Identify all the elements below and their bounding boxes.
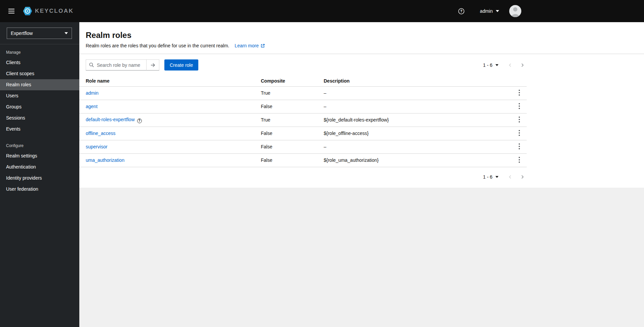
role-link[interactable]: offline_access (86, 131, 115, 136)
sidebar-item-client-scopes[interactable]: Client scopes (0, 68, 79, 79)
sidebar-item-clients[interactable]: Clients (0, 57, 79, 68)
pagination-top: 1 - 6 (483, 60, 527, 70)
search-submit-button[interactable] (147, 59, 159, 71)
sidebar-item-events[interactable]: Events (0, 124, 79, 135)
svg-text:?: ? (460, 9, 462, 13)
pagination-prev-button-bottom[interactable] (506, 172, 515, 182)
pagination-bottom: 1 - 6 (79, 167, 527, 184)
brand-text: KEYCLOAK (35, 8, 74, 14)
description-cell: – (318, 140, 511, 154)
sidebar-item-realm-settings[interactable]: Realm settings (0, 150, 79, 161)
table-row: agent False – (79, 100, 527, 113)
search-icon (89, 62, 94, 69)
table-header-row: Role name Composite Description (79, 76, 527, 87)
create-role-button[interactable]: Create role (164, 59, 198, 71)
page-description-text: Realm roles are the roles that you defin… (86, 43, 229, 48)
composite-cell: False (255, 100, 318, 113)
chevron-left-icon (508, 174, 513, 180)
chevron-right-icon (520, 174, 525, 180)
main-content: Realm roles Realm roles are the roles th… (79, 22, 644, 327)
kebab-menu-button[interactable] (517, 89, 522, 97)
avatar (509, 5, 521, 17)
roles-card: Create role 1 - 6 (79, 54, 644, 188)
table-row: uma_authorization False ${role_uma_autho… (79, 154, 527, 167)
chevron-down-icon (65, 32, 68, 34)
menu-icon[interactable] (6, 6, 17, 16)
sidebar-item-sessions[interactable]: Sessions (0, 112, 79, 124)
chevron-down-icon (495, 176, 498, 178)
kebab-menu-button[interactable] (517, 143, 522, 151)
composite-cell: False (255, 140, 318, 154)
description-cell: – (318, 87, 511, 100)
pagination-prev-button[interactable] (506, 60, 515, 70)
help-tooltip-icon[interactable]: ? (137, 119, 142, 123)
realm-selector-label: Expertflow (11, 31, 33, 36)
nav-section-configure: Configure (0, 143, 79, 150)
pagination-menu-toggle-bottom[interactable]: 1 - 6 (483, 174, 498, 180)
sidebar-item-user-federation[interactable]: User federation (0, 184, 79, 195)
kebab-menu-button[interactable] (517, 129, 522, 138)
column-header-description: Description (318, 76, 511, 87)
role-link[interactable]: default-roles-expertflow (86, 117, 135, 122)
sidebar-item-authentication[interactable]: Authentication (0, 161, 79, 173)
help-icon: ? (458, 8, 465, 14)
realm-selector[interactable]: Expertflow (7, 28, 72, 39)
sidebar-item-realm-roles[interactable]: Realm roles (0, 79, 79, 90)
page-description: Realm roles are the roles that you defin… (86, 43, 636, 49)
table-row: offline_access False ${role_offline-acce… (79, 127, 527, 140)
nav-section-manage: Manage (0, 50, 79, 57)
chevron-down-icon (496, 10, 499, 12)
table-row: supervisor False – (79, 140, 527, 154)
role-link[interactable]: agent (86, 104, 97, 109)
pagination-next-button[interactable] (518, 60, 527, 70)
roles-toolbar: Create role 1 - 6 (79, 54, 527, 76)
sidebar-nav: Manage Clients Client scopes Realm roles… (0, 50, 79, 195)
keycloak-logo-icon (23, 6, 33, 16)
kebab-menu-button[interactable] (517, 116, 522, 124)
external-link-icon (260, 44, 265, 48)
learn-more-label: Learn more (235, 43, 259, 49)
table-row: admin True – (79, 87, 527, 100)
chevron-right-icon (520, 62, 525, 68)
chevron-down-icon (495, 64, 498, 66)
sidebar-item-groups[interactable]: Groups (0, 101, 79, 112)
pagination-range-label: 1 - 6 (483, 62, 492, 68)
composite-cell: False (255, 154, 318, 167)
role-link[interactable]: uma_authorization (86, 157, 124, 163)
composite-cell: True (255, 113, 318, 127)
user-menu-toggle[interactable]: admin (480, 8, 499, 14)
pagination-menu-toggle[interactable]: 1 - 6 (483, 62, 498, 68)
keycloak-logo[interactable]: KEYCLOAK (23, 6, 74, 16)
page-header: Realm roles Realm roles are the roles th… (79, 22, 644, 54)
page-background (79, 188, 644, 327)
role-link[interactable]: admin (86, 90, 98, 96)
sidebar-item-users[interactable]: Users (0, 90, 79, 101)
table-row: default-roles-expertflow? True ${role_de… (79, 113, 527, 127)
pagination-next-button-bottom[interactable] (518, 172, 527, 182)
username-label: admin (480, 8, 493, 14)
arrow-right-icon (150, 62, 156, 68)
kebab-menu-button[interactable] (517, 102, 522, 111)
sidebar-item-identity-providers[interactable]: Identity providers (0, 173, 79, 184)
column-header-composite: Composite (255, 76, 318, 87)
description-cell: ${role_default-roles-expertflow} (318, 113, 511, 127)
realm-selector-wrap: Expertflow (0, 22, 79, 44)
help-button[interactable]: ? (458, 8, 465, 14)
kebab-menu-button[interactable] (517, 156, 522, 165)
masthead: KEYCLOAK ? admin (0, 0, 644, 22)
roles-table: Role name Composite Description admin Tr… (79, 76, 527, 167)
column-header-actions (511, 76, 527, 87)
sidebar: Expertflow Manage Clients Client scopes … (0, 22, 79, 327)
description-cell: ${role_uma_authorization} (318, 154, 511, 167)
learn-more-link[interactable]: Learn more (235, 43, 265, 49)
pagination-range-label: 1 - 6 (483, 174, 492, 180)
chevron-left-icon (508, 62, 513, 68)
composite-cell: False (255, 127, 318, 140)
page-title: Realm roles (86, 30, 636, 40)
role-link[interactable]: supervisor (86, 144, 108, 149)
description-cell: ${role_offline-access} (318, 127, 511, 140)
search-input[interactable] (86, 59, 147, 71)
composite-cell: True (255, 87, 318, 100)
column-header-role-name: Role name (79, 76, 255, 87)
description-cell: – (318, 100, 511, 113)
